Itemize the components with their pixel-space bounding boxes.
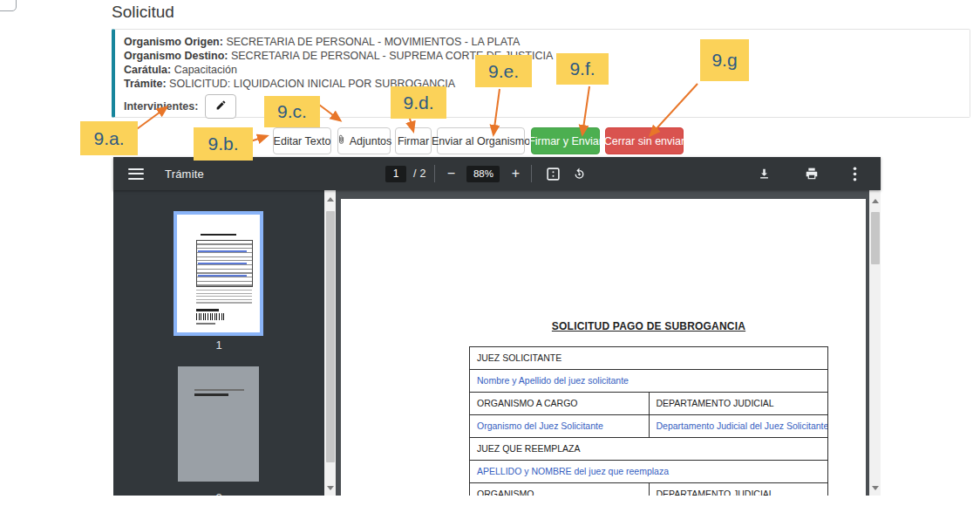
firmar-y-enviar-label: Firmar y Enviar — [528, 135, 602, 147]
zoom-level-input[interactable]: 88% — [466, 166, 500, 182]
annotation-label-9d: 9.d. — [391, 86, 446, 119]
toolbar-separator — [434, 165, 435, 182]
annotation-label-9f: 9.f. — [556, 53, 609, 85]
tramite-info-box: Organismo Origen: SECRETARIA DE PERSONAL… — [112, 29, 970, 118]
scrollbar-thumb[interactable] — [871, 212, 880, 264]
page-title: Solicitud — [112, 3, 174, 22]
pdf-page-1: SOLICITUD PAGO DE SUBROGANCIA JUEZ SOLIC… — [341, 199, 866, 496]
zoom-out-button[interactable]: − — [444, 167, 458, 181]
info-value: SECRETARIA DE PERSONAL - MOVIMIENTOS - L… — [223, 36, 520, 48]
scrollbar-thumb[interactable] — [326, 211, 335, 462]
pdf-title: Trámite — [165, 168, 204, 181]
table-cell: ORGANISMO A CARGO — [470, 393, 649, 414]
editar-texto-label: Editar Texto — [274, 135, 331, 147]
annotation-label-9c: 9.c. — [264, 96, 320, 127]
firmar-button[interactable]: Firmar — [395, 127, 432, 154]
table-row: Organismo del Juez Solicitante Departame… — [470, 415, 827, 438]
info-tramite: Trámite: SOLICITUD: LIQUIDACION INICIAL … — [124, 77, 961, 91]
barcode-sketch — [196, 313, 224, 320]
thumbnail-panel: 1 2 — [113, 190, 336, 496]
thumbnail-page-1[interactable] — [174, 211, 263, 336]
table-row: Nombre y Apellido del juez solicitante — [470, 370, 827, 393]
document-title: SOLICITUD PAGO DE SUBROGANCIA — [469, 320, 828, 332]
table-cell: JUEZ QUE REEMPLAZA — [470, 438, 827, 460]
info-value: Capacitación — [171, 64, 237, 76]
info-organismo-origen: Organismo Origen: SECRETARIA DE PERSONAL… — [124, 35, 961, 49]
table-row: APELLIDO y NOMBRE del juez que reemplaza — [470, 461, 827, 483]
table-cell: APELLIDO y NOMBRE del juez que reemplaza — [470, 461, 827, 482]
scroll-up-arrow[interactable] — [327, 197, 334, 202]
scroll-down-arrow[interactable] — [327, 486, 334, 490]
firmar-y-enviar-button[interactable]: Firmar y Enviar — [531, 127, 600, 154]
cerrar-sin-enviar-label: Cerrar sin enviar — [604, 135, 684, 147]
adjuntos-label: Adjuntos — [350, 135, 392, 147]
page-scrollbar[interactable] — [869, 190, 881, 496]
editar-texto-button[interactable]: Editar Texto — [273, 127, 331, 154]
annotation-label-9e: 9.e. — [475, 55, 532, 87]
table-cell: JUEZ SOLICITANTE — [470, 347, 827, 369]
edit-intervinientes-button[interactable] — [205, 94, 236, 119]
annotation-label-9g: 9.g — [700, 39, 749, 81]
info-label: Carátula: — [124, 64, 171, 76]
rotate-icon[interactable] — [572, 167, 587, 181]
firmar-label: Firmar — [398, 135, 429, 147]
page-number-input[interactable]: 1 — [385, 166, 406, 182]
paperclip-icon — [337, 134, 346, 147]
enviar-al-organismo-button[interactable]: Enviar al Organismo — [437, 127, 525, 154]
thumbnail-label-2: 2 — [113, 491, 324, 496]
enviar-al-organismo-label: Enviar al Organismo — [432, 135, 530, 147]
toolbar-separator — [531, 165, 532, 182]
table-cell: Departamento Judicial del Juez Solicitan… — [649, 415, 828, 437]
pdf-toolbar-right — [752, 157, 863, 190]
info-organismo-destino: Organismo Destino: SECRETARIA DE PERSONA… — [124, 49, 961, 63]
document-table: JUEZ SOLICITANTE Nombre y Apellido del j… — [469, 346, 828, 496]
thumbnail-page-2[interactable] — [178, 366, 259, 482]
table-row: ORGANISMO A CARGO DEPARTAMENTO JUDICIAL — [470, 393, 827, 415]
pdf-page-area: SOLICITUD PAGO DE SUBROGANCIA JUEZ SOLIC… — [336, 190, 869, 496]
scroll-up-arrow[interactable] — [872, 199, 879, 203]
tutorial-step-corner-box — [0, 0, 17, 11]
pdf-viewer: Trámite 1 / 2 − 88% + — [113, 157, 881, 496]
info-label: Trámite: — [124, 78, 167, 90]
table-cell: DEPARTAMENTO JUDICIAL — [649, 393, 828, 414]
scroll-down-arrow[interactable] — [872, 486, 879, 490]
screen: { "page_title": "Solicitud", "info_box":… — [0, 0, 980, 506]
pencil-icon — [215, 99, 227, 114]
print-icon[interactable] — [805, 167, 819, 181]
table-cell: ORGANISMO — [470, 483, 649, 496]
pdf-toolbar-center: 1 / 2 − 88% + — [385, 157, 593, 190]
table-cell: Organismo del Juez Solicitante — [470, 415, 649, 437]
more-options-icon[interactable] — [853, 167, 857, 181]
table-row: JUEZ SOLICITANTE — [470, 347, 827, 370]
annotation-label-9b: 9.b. — [194, 127, 253, 161]
intervinientes-label: Intervinientes: — [124, 99, 198, 113]
fit-page-icon[interactable] — [547, 168, 560, 181]
adjuntos-button[interactable]: Adjuntos — [337, 127, 391, 154]
table-cell: DEPARTAMENTO JUDICIAL — [649, 483, 828, 496]
thumbnail-label-1: 1 — [113, 338, 324, 352]
annotation-label-9a: 9.a. — [80, 121, 138, 155]
thumbnail-scrollbar[interactable] — [324, 190, 336, 496]
zoom-in-button[interactable]: + — [508, 167, 522, 181]
info-label: Organismo Destino: — [124, 50, 228, 62]
page-divider: / — [413, 168, 416, 180]
table-cell: Nombre y Apellido del juez solicitante — [470, 370, 827, 392]
download-icon[interactable] — [758, 167, 771, 181]
info-caratula: Carátula: Capacitación — [124, 63, 961, 77]
pdf-viewer-body: 1 2 SOLICITUD PAGO DE SUBROGANCIA JUEZ S… — [113, 190, 881, 496]
table-row: JUEZ QUE REEMPLAZA — [470, 438, 827, 461]
table-row: ORGANISMO DEPARTAMENTO JUDICIAL — [470, 483, 827, 496]
intervinientes-row: Intervinientes: — [124, 94, 961, 119]
page-count: 2 — [419, 168, 425, 180]
hamburger-icon[interactable] — [128, 168, 144, 180]
cerrar-sin-enviar-button[interactable]: Cerrar sin enviar — [605, 127, 684, 154]
info-label: Organismo Origen: — [124, 36, 223, 48]
pdf-toolbar: Trámite 1 / 2 − 88% + — [113, 157, 881, 190]
